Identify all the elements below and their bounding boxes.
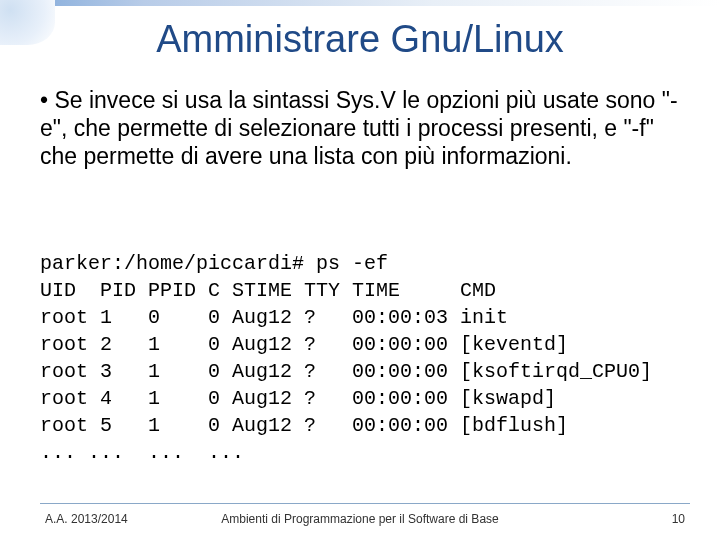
slide: Amministrare Gnu/Linux • Se invece si us… — [0, 0, 720, 540]
footer-course-name: Ambienti di Programmazione per il Softwa… — [0, 512, 720, 526]
footer-page-number: 10 — [672, 512, 685, 526]
decorative-top-bar — [0, 0, 720, 6]
code-block: parker:/home/piccardi# ps -ef UID PID PP… — [40, 250, 700, 466]
body-text: • Se invece si usa la sintassi Sys.V le … — [40, 86, 690, 170]
slide-title: Amministrare Gnu/Linux — [0, 18, 720, 61]
footer-divider — [40, 503, 690, 504]
